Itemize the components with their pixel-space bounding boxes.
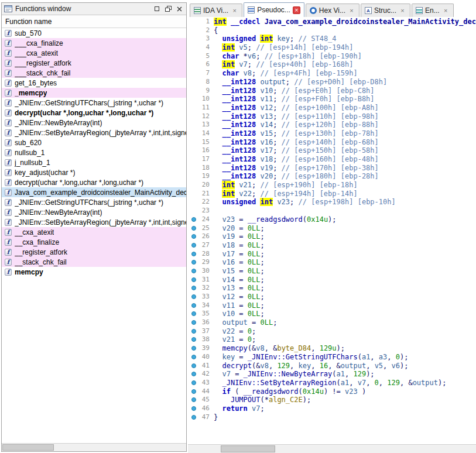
- close-tab-icon[interactable]: ×: [231, 7, 238, 15]
- close-tab-icon[interactable]: ×: [293, 6, 300, 14]
- close-button[interactable]: [174, 5, 184, 13]
- functions-horizontal-scrollbar[interactable]: [2, 443, 186, 451]
- function-list-item[interactable]: fdecrypt(uchar *,long,uchar *,long,uchar…: [2, 177, 186, 187]
- function-list-item[interactable]: f_memcpy: [2, 88, 186, 98]
- pseudocode-line[interactable]: 45 JUMPOUT(*algn_C2E);: [188, 396, 476, 404]
- function-list-item[interactable]: fmemcpy: [2, 267, 186, 277]
- close-tab-icon[interactable]: ×: [348, 7, 355, 15]
- pseudocode-line[interactable]: 37 v22 = 0;: [188, 327, 476, 336]
- function-list-item[interactable]: f_JNIEnv::SetByteArrayRegion(_jbyteArray…: [2, 217, 186, 227]
- pseudocode-line[interactable]: 4 int v5; // [esp+14h] [ebp-194h]: [188, 43, 476, 52]
- pseudocode-line[interactable]: 21 int v22; // [esp+194h] [ebp-14h]: [188, 190, 476, 198]
- function-list-item[interactable]: fnullsub_1: [2, 147, 186, 157]
- pseudocode-line[interactable]: 27 v18 = 0LL;: [188, 241, 476, 250]
- function-list-item[interactable]: f_JNIEnv::GetStringUTFChars(_jstring *,u…: [2, 197, 186, 207]
- pseudocode-line[interactable]: 15 __int128 v16; // [esp+140h] [ebp-68h]: [188, 138, 476, 147]
- tab-enums[interactable]: En...×: [412, 4, 454, 17]
- pseudocode-horizontal-scrollbar[interactable]: [188, 444, 476, 453]
- code-text: memcpy(&v8, &byte_D84, 129u);: [210, 344, 345, 353]
- function-list-item[interactable]: f_JNIEnv::GetStringUTFChars(_jstring *,u…: [2, 98, 186, 108]
- code-text: decrypt(&v8, 129, key, 16, &output, v5, …: [210, 362, 408, 370]
- function-list-item[interactable]: f_JNIEnv::NewByteArray(int): [2, 207, 186, 217]
- pseudocode-line[interactable]: 20 int v21; // [esp+190h] [ebp-18h]: [188, 181, 476, 190]
- pseudocode-line[interactable]: 29 v16 = 0LL;: [188, 258, 476, 267]
- pseudocode-line[interactable]: 38 v21 = 0;: [188, 335, 476, 344]
- pseudocode-line[interactable]: 7 char v8; // [esp+4Fh] [ebp-159h]: [188, 69, 476, 78]
- pseudocode-line[interactable]: 41 decrypt(&v8, 129, key, 16, &output, v…: [188, 362, 476, 370]
- pseudocode-line[interactable]: 26 v19 = 0LL;: [188, 232, 476, 241]
- pseudocode-line[interactable]: 36 output = 0LL;: [188, 318, 476, 327]
- pseudocode-line[interactable]: 44 if ( __readgsdword(0x14u) != v23 ): [188, 387, 476, 396]
- function-list-item[interactable]: fkey_adjust(uchar *): [2, 167, 186, 177]
- function-list-item[interactable]: fsub_570: [2, 28, 186, 38]
- pseudocode-line[interactable]: 34 v11 = 0LL;: [188, 301, 476, 310]
- line-number: 34: [198, 301, 210, 310]
- structures-icon: [365, 7, 372, 14]
- function-list-item[interactable]: f__cxa_atexit: [2, 227, 186, 237]
- function-list-item[interactable]: f__register_atfork: [2, 247, 186, 257]
- pseudocode-line[interactable]: 28 v17 = 0LL;: [188, 250, 476, 259]
- pseudocode-line[interactable]: 18 __int128 v19; // [esp+170h] [ebp-38h]: [188, 164, 476, 173]
- function-name-column-header[interactable]: Function name: [2, 15, 186, 28]
- pseudocode-line[interactable]: 16 __int128 v17; // [esp+150h] [ebp-58h]: [188, 146, 476, 155]
- pseudocode-line[interactable]: 39 memcpy(&v8, &byte_D84, 129u);: [188, 344, 476, 353]
- function-list-item[interactable]: f__stack_chk_fail: [2, 257, 186, 267]
- pseudocode-line[interactable]: 31 v14 = 0LL;: [188, 276, 476, 284]
- pseudocode-line[interactable]: 13 __int128 v14; // [esp+120h] [ebp-88h]: [188, 121, 476, 129]
- function-list-item[interactable]: fJava_com_example_droidcoinstealer_MainA…: [2, 187, 186, 197]
- code-text: v15 = 0LL;: [210, 267, 265, 276]
- pseudocode-line[interactable]: 3 unsigned int key; // ST48_4: [188, 35, 476, 43]
- line-number: 47: [198, 413, 210, 422]
- pseudocode-line[interactable]: 17 __int128 v18; // [esp+160h] [ebp-48h]: [188, 155, 476, 164]
- pseudocode-line[interactable]: 23: [188, 207, 476, 215]
- function-list-item[interactable]: f__cxa_finalize: [2, 237, 186, 247]
- pseudocode-line[interactable]: 43 _JNIEnv::SetByteArrayRegion(a1, v7, 0…: [188, 379, 476, 387]
- pseudocode-line[interactable]: 19 __int128 v20; // [esp+180h] [ebp-28h]: [188, 172, 476, 181]
- pseudocode-line[interactable]: 9 __int128 v10; // [esp+E0h] [ebp-C8h]: [188, 87, 476, 95]
- code-text: int v21; // [esp+190h] [ebp-18h]: [210, 181, 358, 190]
- float-button[interactable]: [163, 5, 173, 13]
- pseudocode-line[interactable]: 14 __int128 v15; // [esp+130h] [ebp-78h]: [188, 129, 476, 138]
- pseudocode-line[interactable]: 5 char *v6; // [esp+18h] [ebp-190h]: [188, 52, 476, 61]
- function-list-item[interactable]: fj_nullsub_1: [2, 157, 186, 167]
- function-list-item[interactable]: fsub_620: [2, 138, 186, 147]
- tab-label: En...: [425, 6, 440, 15]
- close-tab-icon[interactable]: ×: [399, 7, 406, 15]
- pseudocode-line[interactable]: 33 v12 = 0LL;: [188, 293, 476, 301]
- function-list-item[interactable]: f_JNIEnv::NewByteArray(int): [2, 118, 186, 128]
- pseudocode-line[interactable]: 35 v10 = 0LL;: [188, 310, 476, 318]
- pseudocode-line[interactable]: 22 unsigned int v23; // [esp+198h] [ebp-…: [188, 198, 476, 207]
- function-list-item[interactable]: f___cxa_atexit: [2, 48, 186, 58]
- pseudocode-line[interactable]: 24 v23 = __readgsdword(0x14u);: [188, 215, 476, 224]
- pseudocode-line[interactable]: 12 __int128 v13; // [esp+110h] [ebp-98h]: [188, 112, 476, 121]
- tab-structures[interactable]: Struc...×: [361, 4, 410, 17]
- tab-pseudocode[interactable]: Pseudoc...×: [244, 2, 304, 17]
- function-list-item[interactable]: fget_16_bytes: [2, 78, 186, 88]
- tab-hex-view[interactable]: Hex Vi...×: [306, 4, 359, 17]
- function-list-item[interactable]: f_JNIEnv::SetByteArrayRegion(_jbyteArray…: [2, 128, 186, 138]
- pseudocode-line[interactable]: 1int __cdecl Java_com_example_droidcoins…: [188, 18, 476, 26]
- close-tab-icon[interactable]: ×: [442, 7, 450, 15]
- pseudocode-line[interactable]: 32 v13 = 0LL;: [188, 284, 476, 293]
- pseudocode-line[interactable]: 40 key = _JNIEnv::GetStringUTFChars(a1, …: [188, 353, 476, 362]
- pseudocode-line[interactable]: 30 v15 = 0LL;: [188, 267, 476, 276]
- pseudocode-line[interactable]: 2{: [188, 26, 476, 35]
- function-list-item[interactable]: f___cxa_finalize: [2, 38, 186, 48]
- tab-ida-view[interactable]: IDA Vi...×: [190, 4, 242, 17]
- function-list-item[interactable]: fdecrypt(uchar *,long,uchar *,long,uchar…: [2, 108, 186, 118]
- pseudocode-line[interactable]: 47}: [188, 413, 476, 422]
- function-list-item[interactable]: f___register_atfork: [2, 58, 186, 68]
- pseudocode-line[interactable]: 25 v20 = 0LL;: [188, 224, 476, 233]
- scrollbar-thumb[interactable]: [221, 445, 275, 452]
- pseudocode-line[interactable]: 11 __int128 v12; // [esp+100h] [ebp-A8h]: [188, 104, 476, 112]
- pseudocode-line[interactable]: 42 v7 = _JNIEnv::NewByteArray(a1, 129);: [188, 370, 476, 379]
- functions-window-titlebar[interactable]: Functions window: [2, 3, 186, 15]
- scrollbar-thumb[interactable]: [2, 444, 54, 451]
- pseudocode-line[interactable]: 10 __int128 v11; // [esp+F0h] [ebp-B8h]: [188, 95, 476, 104]
- line-number: 15: [198, 138, 210, 147]
- pseudocode-line[interactable]: 8 __int128 output; // [esp+D0h] [ebp-D8h…: [188, 78, 476, 87]
- function-list-item[interactable]: f___stack_chk_fail: [2, 68, 186, 78]
- pseudocode-line[interactable]: 46 return v7;: [188, 404, 476, 413]
- restore-button[interactable]: [152, 5, 162, 13]
- pseudocode-line[interactable]: 6 int v7; // [esp+40h] [ebp-168h]: [188, 60, 476, 69]
